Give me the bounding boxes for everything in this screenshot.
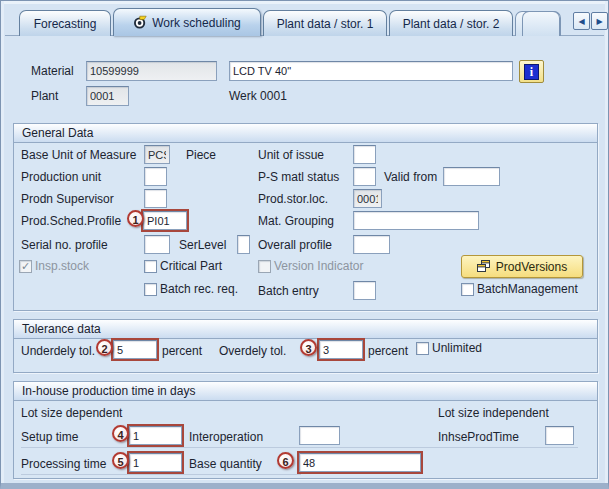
prodn-supervisor-field[interactable] — [144, 189, 167, 208]
base-quantity-field[interactable] — [299, 453, 421, 472]
base-uom-label: Base Unit of Measure — [21, 146, 136, 165]
overdely-tol-field[interactable] — [319, 340, 363, 359]
tab-scroll-right-button[interactable]: ▶ — [591, 12, 608, 30]
material-field — [86, 61, 217, 81]
underdely-tol-label: Underdely tol. — [21, 342, 95, 361]
tab-label: Forecasting — [34, 17, 97, 31]
unlimited-checkbox[interactable]: Unlimited — [416, 341, 482, 355]
annotation-circle-1: 1 — [127, 210, 144, 227]
prod-stor-loc-field — [353, 189, 382, 208]
annotation-circle-2: 2 — [96, 339, 113, 356]
lot-size-dependent-label: Lot size dependent — [21, 404, 122, 423]
prod-stor-loc-label: Prod.stor.loc. — [258, 190, 328, 209]
mat-grouping-label: Mat. Grouping — [258, 212, 334, 231]
row-separator — [21, 447, 578, 448]
left-arrow-icon: ◀ — [578, 17, 584, 26]
overall-profile-label: Overall profile — [258, 236, 332, 255]
tab-label: Plant data / stor. 1 — [277, 17, 374, 31]
unit-of-issue-label: Unit of issue — [258, 146, 324, 165]
underdely-tol-field[interactable] — [113, 340, 157, 359]
prod-versions-button[interactable]: ProdVersions — [461, 255, 583, 278]
inhse-prod-time-label: InhseProdTime — [438, 428, 519, 447]
annotation-circle-3: 3 — [300, 339, 317, 356]
percent-label: percent — [368, 342, 408, 361]
annotation-circle-6: 6 — [277, 452, 294, 469]
row-separator — [21, 474, 301, 475]
batch-entry-field[interactable] — [353, 281, 376, 300]
valid-from-field[interactable] — [443, 167, 500, 186]
base-quantity-label: Base quantity — [189, 455, 262, 474]
versions-icon — [477, 260, 491, 273]
plant-field — [86, 86, 129, 106]
checkbox-box — [144, 260, 157, 273]
tab-work-scheduling[interactable]: Work scheduling — [113, 8, 261, 36]
checkbox-box — [461, 283, 474, 296]
batch-management-checkbox[interactable]: BatchManagement — [461, 282, 578, 296]
general-data-title: General Data — [14, 124, 597, 143]
production-unit-label: Production unit — [21, 168, 101, 187]
checkbox-box — [258, 260, 271, 273]
prodn-supervisor-label: Prodn Supervisor — [21, 190, 114, 209]
info-button[interactable]: i — [519, 60, 544, 83]
setup-time-label: Setup time — [21, 428, 78, 447]
tolerance-data-title: Tolerance data — [14, 320, 597, 339]
setup-time-field[interactable] — [129, 426, 182, 445]
percent-label: percent — [162, 342, 202, 361]
checkbox-box — [144, 283, 157, 296]
button-label: ProdVersions — [496, 260, 567, 274]
batch-rec-req-checkbox[interactable]: Batch rec. req. — [144, 282, 238, 296]
material-label: Material — [31, 62, 74, 81]
checkbox-check-icon: ✓ — [19, 260, 32, 273]
ps-matl-status-label: P-S matl status — [258, 168, 339, 187]
right-arrow-icon: ▶ — [596, 17, 602, 26]
ps-matl-status-field[interactable] — [353, 167, 376, 186]
interoperation-label: Interoperation — [189, 428, 263, 447]
overall-profile-field[interactable] — [353, 235, 390, 254]
lot-size-independent-label: Lot size independent — [438, 404, 549, 423]
tab-plant-data-stor-2[interactable]: Plant data / stor. 2 — [389, 10, 513, 36]
mat-grouping-field[interactable] — [353, 211, 479, 230]
insp-stock-checkbox: ✓ Insp.stock — [19, 259, 89, 273]
checkbox-box — [416, 342, 429, 355]
processing-time-field[interactable] — [129, 453, 182, 472]
unit-of-issue-field[interactable] — [353, 145, 376, 164]
serlevel-label: SerLevel — [179, 236, 226, 255]
prod-sched-profile-field[interactable] — [143, 211, 187, 230]
processing-time-label: Processing time — [21, 455, 106, 474]
overdely-tol-label: Overdely tol. — [219, 342, 286, 361]
material-master-window: Forecasting Work scheduling Plant data /… — [0, 0, 609, 489]
inhse-prod-time-field[interactable] — [545, 426, 574, 445]
production-unit-field[interactable] — [144, 167, 167, 186]
tab-scroll-left-button[interactable]: ◀ — [573, 12, 590, 30]
work-scheduling-tab-icon — [133, 15, 148, 30]
base-uom-field — [144, 145, 170, 164]
annotation-circle-5: 5 — [112, 452, 129, 469]
plant-label: Plant — [31, 87, 58, 106]
prod-sched-profile-label: Prod.Sched.Profile — [21, 212, 121, 231]
hidden-tabs-stub — [522, 11, 560, 36]
valid-from-label: Valid from — [384, 168, 437, 187]
serlevel-field[interactable] — [237, 235, 250, 254]
inhouse-production-title: In-house production time in days — [14, 382, 597, 401]
critical-part-checkbox[interactable]: Critical Part — [144, 259, 222, 273]
interoperation-field[interactable] — [299, 426, 340, 445]
batch-entry-label: Batch entry — [258, 282, 319, 301]
tab-label: Plant data / stor. 2 — [403, 17, 500, 31]
serial-no-profile-label: Serial no. profile — [21, 236, 108, 255]
tab-forecasting[interactable]: Forecasting — [19, 10, 111, 36]
serial-no-profile-field[interactable] — [144, 235, 170, 254]
tab-label: Work scheduling — [152, 16, 241, 30]
tab-plant-data-stor-1[interactable]: Plant data / stor. 1 — [263, 10, 387, 36]
version-indicator-checkbox: Version Indicator — [258, 259, 363, 273]
material-description-field[interactable] — [229, 61, 513, 81]
info-icon: i — [524, 64, 539, 80]
base-uom-text: Piece — [186, 146, 216, 165]
annotation-circle-4: 4 — [112, 425, 129, 442]
plant-name-text: Werk 0001 — [229, 87, 287, 106]
